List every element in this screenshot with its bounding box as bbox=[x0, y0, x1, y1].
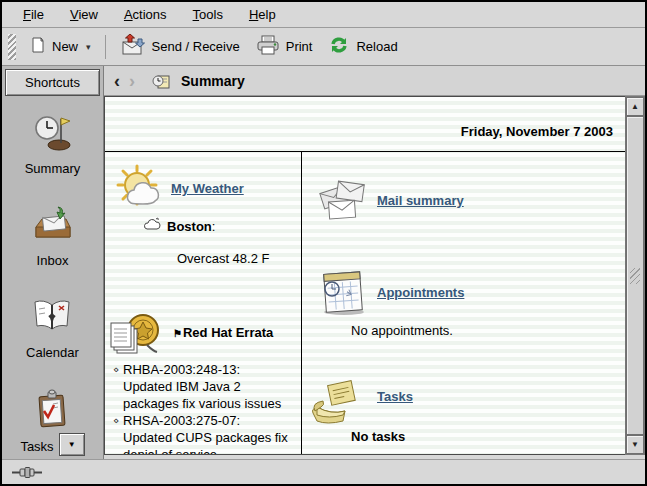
scroll-up-button[interactable]: ▲ bbox=[626, 97, 644, 116]
appointments-link[interactable]: Appointments bbox=[377, 285, 464, 300]
reload-button[interactable]: Reload bbox=[320, 30, 405, 63]
date-rule bbox=[105, 151, 625, 152]
menu-actions[interactable]: Actions bbox=[111, 4, 180, 25]
toolbar: New ▾ Send / Receive bbox=[2, 28, 645, 66]
errata-list: RHBA-2003:248-13: Updated IBM Java 2 pac… bbox=[113, 361, 291, 455]
send-receive-button[interactable]: Send / Receive bbox=[112, 29, 248, 64]
status-bar bbox=[2, 459, 645, 484]
content-outer: Friday, November 7 2003 bbox=[104, 96, 645, 459]
scroll-up-arrow-icon: ▲ bbox=[631, 102, 639, 111]
tasks-clipboard-icon bbox=[31, 389, 73, 433]
new-button[interactable]: New ▾ bbox=[21, 31, 99, 62]
scrollbar-thumb[interactable] bbox=[626, 116, 644, 435]
tasks-notes-icon bbox=[309, 377, 367, 433]
weather-location-row: Boston: bbox=[143, 217, 215, 235]
menu-bar: File View Actions Tools Help bbox=[2, 2, 645, 28]
menu-file[interactable]: File bbox=[10, 4, 57, 25]
toolbar-separator bbox=[105, 35, 106, 59]
weather-icon bbox=[115, 163, 169, 221]
new-dropdown-arrow-icon[interactable]: ▾ bbox=[86, 42, 91, 52]
errata-flag-icon: ⚑ bbox=[173, 328, 182, 339]
small-cloud-icon bbox=[143, 217, 162, 235]
inbox-tray-icon bbox=[32, 205, 74, 249]
reload-icon bbox=[328, 35, 350, 58]
vertical-scrollbar[interactable]: ▲ ▼ bbox=[625, 96, 645, 455]
sidebar-label-summary: Summary bbox=[25, 161, 81, 176]
appointments-empty-text: No appointments. bbox=[351, 323, 453, 338]
errata-item[interactable]: RHBA-2003:248-13: Updated IBM Java 2 pac… bbox=[113, 361, 291, 412]
appointments-icon bbox=[319, 267, 369, 321]
send-receive-icon bbox=[120, 34, 146, 59]
folder-header: ‹ › Summary bbox=[104, 66, 645, 96]
shortcuts-group-button[interactable]: Shortcuts bbox=[5, 69, 100, 96]
combo-arrow-icon: ▼ bbox=[68, 440, 76, 449]
scroll-down-button[interactable]: ▼ bbox=[626, 435, 644, 454]
main-area: Shortcuts Summary bbox=[2, 66, 645, 459]
sidebar-item-summary[interactable]: Summary bbox=[25, 113, 81, 205]
scroll-down-arrow-icon: ▼ bbox=[631, 440, 639, 449]
errata-item[interactable]: RHSA-2003:275-07: Updated CUPS packages … bbox=[113, 412, 291, 455]
sidebar-label-tasks: Tasks bbox=[20, 439, 53, 454]
sidebar-item-inbox[interactable]: Inbox bbox=[32, 205, 74, 297]
folder-summary-icon bbox=[152, 73, 170, 89]
my-weather-link[interactable]: My Weather bbox=[171, 181, 244, 196]
print-button[interactable]: Print bbox=[248, 30, 321, 63]
summary-clock-flag-icon bbox=[32, 113, 74, 157]
page-title: Summary bbox=[181, 73, 245, 89]
new-document-icon bbox=[29, 36, 46, 57]
back-arrow-icon[interactable]: ‹ bbox=[114, 72, 120, 90]
menu-view[interactable]: View bbox=[57, 4, 111, 25]
tasks-empty-text: No tasks bbox=[351, 429, 405, 444]
menu-help[interactable]: Help bbox=[236, 4, 289, 25]
toolbar-grip-handle[interactable] bbox=[8, 34, 16, 60]
evolution-window: File View Actions Tools Help New ▾ bbox=[0, 0, 647, 486]
printer-icon bbox=[256, 35, 280, 58]
tasks-link[interactable]: Tasks bbox=[377, 389, 413, 404]
online-status-plug-icon[interactable] bbox=[11, 466, 43, 479]
shortcut-list: Summary Inbox bbox=[2, 99, 103, 481]
calendar-book-icon bbox=[31, 297, 73, 341]
mail-summary-link[interactable]: Mail summary bbox=[377, 193, 464, 208]
right-pane: ‹ › Summary Friday, November 7 2003 bbox=[104, 66, 645, 459]
column-divider bbox=[301, 152, 302, 454]
shortcut-group-dropdown-button[interactable]: ▼ bbox=[59, 433, 85, 456]
errata-title: ⚑Red Hat Errata bbox=[173, 325, 273, 340]
shortcuts-sidebar: Shortcuts Summary bbox=[2, 66, 104, 459]
mail-summary-icon bbox=[317, 175, 371, 227]
sidebar-label-calendar: Calendar bbox=[26, 345, 79, 360]
date-heading: Friday, November 7 2003 bbox=[461, 124, 613, 139]
sidebar-item-calendar[interactable]: Calendar bbox=[26, 297, 79, 389]
forward-arrow-icon[interactable]: › bbox=[129, 72, 135, 90]
sidebar-label-inbox: Inbox bbox=[37, 253, 69, 268]
weather-conditions: Overcast 48.2 F bbox=[177, 251, 269, 266]
summary-content: Friday, November 7 2003 bbox=[104, 96, 625, 455]
menu-tools[interactable]: Tools bbox=[180, 4, 236, 25]
